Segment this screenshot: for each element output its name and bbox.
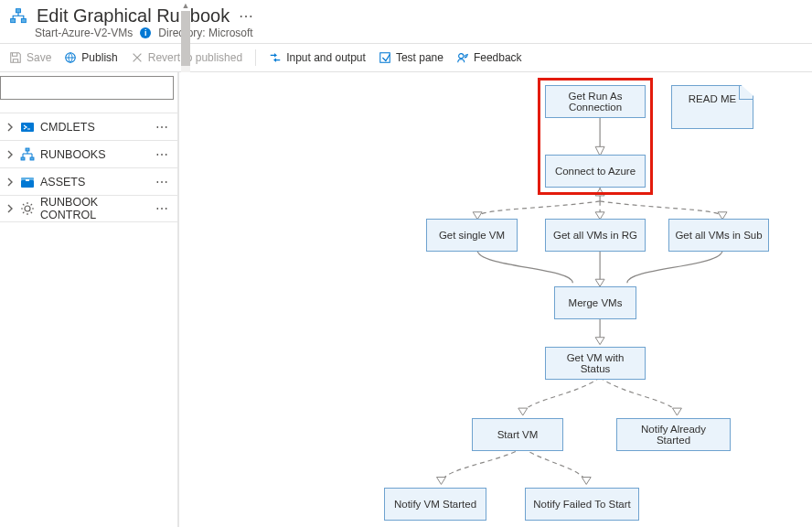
- sidebar-item-cmdlets[interactable]: CMDLETS ⋯: [0, 113, 177, 140]
- page-header: Edit Graphical Runbook ⋯ Start-Azure-V2-…: [0, 0, 812, 44]
- node-get-all-vms-in-sub[interactable]: Get all VMs in Sub: [668, 219, 769, 252]
- node-notify-vm-started[interactable]: Notify VM Started: [384, 488, 486, 521]
- svg-rect-7: [26, 148, 29, 151]
- input-output-button[interactable]: Input and output: [269, 51, 366, 64]
- io-icon: [269, 51, 282, 64]
- test-pane-button[interactable]: Test pane: [379, 51, 443, 64]
- sidebar-item-more[interactable]: ⋯: [155, 120, 172, 134]
- node-start-vm[interactable]: Start VM: [472, 418, 563, 451]
- svg-rect-12: [26, 179, 29, 181]
- test-icon: [379, 51, 391, 64]
- ps-icon: [20, 120, 35, 134]
- svg-point-5: [459, 54, 464, 59]
- svg-marker-23: [437, 478, 446, 485]
- svg-point-13: [25, 206, 30, 211]
- svg-rect-8: [21, 157, 25, 160]
- svg-rect-2: [21, 18, 26, 22]
- sidebar-item-more[interactable]: ⋯: [155, 201, 172, 216]
- chevron-right-icon: [5, 204, 15, 213]
- feedback-button[interactable]: Feedback: [456, 51, 522, 64]
- chevron-right-icon: [5, 123, 15, 132]
- runbook-name: Start-Azure-V2-VMs: [35, 27, 133, 39]
- sidebar-item-more[interactable]: ⋯: [155, 175, 172, 189]
- sidebar-item-runbooks[interactable]: RUNBOOKS ⋯: [0, 140, 177, 167]
- chevron-right-icon: [5, 150, 15, 159]
- workflow-canvas[interactable]: Get Run As Connection Connect to Azure R…: [179, 72, 812, 527]
- node-get-run-as-connection[interactable]: Get Run As Connection: [545, 85, 646, 118]
- page-title: Edit Graphical Runbook: [37, 5, 230, 27]
- publish-button[interactable]: Publish: [64, 51, 117, 64]
- scroll-up-icon[interactable]: ▲: [181, 0, 190, 11]
- assets-icon: [20, 175, 35, 189]
- svg-marker-24: [582, 478, 591, 485]
- save-button[interactable]: Save: [9, 51, 51, 64]
- node-notify-already-started[interactable]: Notify Already Started: [616, 418, 731, 451]
- svg-marker-19: [595, 279, 604, 286]
- node-readme[interactable]: READ ME: [671, 85, 753, 129]
- feedback-icon: [456, 51, 469, 64]
- svg-rect-9: [30, 157, 34, 160]
- node-get-single-vm[interactable]: Get single VM: [426, 219, 518, 252]
- gear-icon: [20, 201, 35, 216]
- command-bar: Save Publish Revert to published Input a…: [0, 44, 812, 72]
- node-get-all-vms-in-rg[interactable]: Get all VMs in RG: [545, 219, 646, 252]
- svg-rect-1: [11, 18, 16, 22]
- node-notify-failed-to-start[interactable]: Notify Failed To Start: [525, 488, 639, 521]
- revert-icon: [131, 51, 144, 64]
- svg-rect-10: [21, 180, 34, 188]
- toolbar-separator: [255, 49, 256, 66]
- sidebar-item-assets[interactable]: ASSETS ⋯: [0, 167, 177, 195]
- svg-marker-22: [672, 408, 681, 415]
- runbook-icon: [20, 147, 35, 162]
- directory-label: Directory: Microsoft: [158, 27, 252, 39]
- svg-marker-21: [518, 408, 528, 415]
- library-sidebar: CMDLETS ⋯ RUNBOOKS ⋯ ASSETS ⋯ RUNBOOK CO…: [0, 72, 179, 527]
- title-more-button[interactable]: ⋯: [239, 7, 255, 25]
- svg-marker-15: [595, 188, 604, 196]
- library-search-input[interactable]: [0, 76, 174, 100]
- node-merge-vms[interactable]: Merge VMs: [554, 286, 636, 319]
- node-connect-to-azure[interactable]: Connect to Azure: [545, 155, 646, 188]
- svg-marker-20: [595, 338, 604, 345]
- svg-rect-0: [16, 8, 21, 12]
- chevron-right-icon: [5, 177, 15, 187]
- info-icon[interactable]: i: [140, 27, 151, 38]
- runbook-hierarchy-icon: [9, 7, 27, 26]
- node-get-vm-with-status[interactable]: Get VM with Status: [545, 347, 646, 380]
- publish-icon: [64, 51, 77, 64]
- save-icon: [9, 51, 22, 64]
- sidebar-item-more[interactable]: ⋯: [155, 147, 172, 162]
- sidebar-item-runbook-control[interactable]: RUNBOOK CONTROL ⋯: [0, 195, 177, 222]
